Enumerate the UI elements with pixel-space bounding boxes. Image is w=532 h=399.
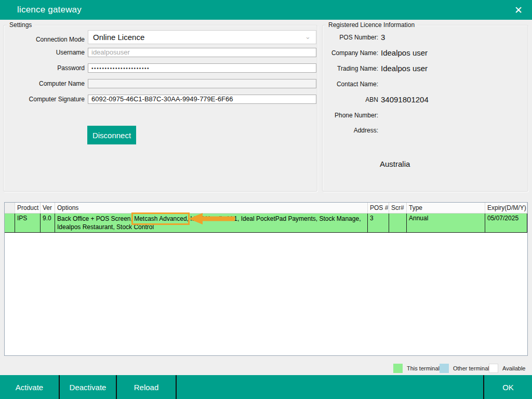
other-terminals-swatch — [440, 364, 449, 373]
pos-cell: 3 — [368, 214, 389, 232]
options-cell: Back Office + POS Screen, Metcash Advanc… — [55, 214, 368, 232]
address-label: Address: — [324, 125, 378, 136]
connection-mode-value: Online Licence — [93, 33, 144, 42]
abn-label: ABN — [324, 95, 378, 105]
row-selector-cell — [5, 214, 15, 232]
connection-mode-label: Connection Mode — [7, 33, 85, 47]
bottom-toolbar: Activate Deactivate Reload OK — [0, 375, 532, 399]
window-title: licence gateway — [17, 0, 82, 20]
expiry-cell: 05/07/2025 — [485, 214, 527, 232]
scr-cell — [389, 214, 407, 232]
column-header-ver[interactable]: Ver — [41, 203, 55, 213]
computer-signature-field[interactable]: 6092-0975-46C1-B87C-30AA-9949-779E-6F66 — [88, 95, 316, 104]
annotation-highlight-box: Metcash Advanced — [134, 215, 187, 222]
connection-mode-select[interactable]: Online Licence ⌄ — [88, 30, 316, 44]
table-row[interactable]: IPS 9.0 Back Office + POS Screen, Metcas… — [5, 214, 527, 233]
this-terminal-label: This terminal — [407, 364, 440, 374]
password-field[interactable]: •••••••••••••••••••••• — [88, 63, 316, 73]
abn-row: ABN 34091801204 — [323, 95, 528, 105]
address-row: Address: — [323, 125, 528, 136]
column-header-product[interactable]: Product — [15, 203, 41, 213]
computer-name-label: Computer Name — [7, 79, 85, 88]
annotation-arrow-icon: Ideal Handheld — [190, 215, 232, 222]
abn-value: 34091801204 — [381, 95, 429, 105]
options-text-before: Back Office + POS Screen, — [57, 215, 134, 222]
column-header-expiry[interactable]: Expiry(D/M/Y) — [485, 203, 527, 213]
settings-group-label: Settings — [7, 21, 34, 29]
ver-cell: 9.0 — [41, 214, 55, 232]
trading-name-label: Trading Name: — [324, 63, 378, 74]
column-header-type[interactable]: Type — [407, 203, 485, 213]
other-terminals-label: Other terminals — [453, 364, 492, 374]
password-label: Password — [7, 63, 85, 73]
settings-group: Settings Connection Mode Online Licence … — [3, 25, 317, 192]
phone-number-label: Phone Number: — [324, 110, 378, 121]
chevron-down-icon: ⌄ — [305, 31, 311, 43]
options-line-1: Back Office + POS Screen, Metcash Advanc… — [57, 215, 365, 223]
type-cell: Annual — [407, 214, 485, 232]
username-label: Username — [7, 48, 85, 57]
pos-number-label: POS Number: — [324, 32, 378, 43]
title-bar: licence gateway ✕ — [0, 0, 532, 20]
registered-licence-group-label: Registered Licence Information — [326, 21, 417, 29]
company-name-value: Idealpos user — [381, 48, 428, 58]
ok-button[interactable]: OK — [484, 375, 532, 399]
computer-name-field[interactable] — [88, 79, 316, 88]
toolbar-divider — [176, 375, 177, 399]
pos-number-value: 3 — [381, 32, 385, 43]
column-header-rowselector[interactable] — [5, 203, 15, 213]
column-header-pos[interactable]: POS # — [368, 203, 389, 213]
product-cell: IPS — [15, 214, 41, 232]
options-text-after: 1, Ideal PocketPad Payments, Stock Manag… — [232, 215, 361, 222]
country-value: Australia — [380, 159, 410, 168]
reload-button[interactable]: Reload — [117, 375, 176, 399]
company-name-label: Company Name: — [324, 48, 378, 58]
username-field[interactable]: idealposuser — [88, 48, 316, 57]
licence-table-header: Product Ver Options POS # Scr# Type Expi… — [5, 203, 527, 214]
available-label: Available — [502, 364, 525, 374]
phone-number-row: Phone Number: — [323, 110, 528, 121]
activate-button[interactable]: Activate — [0, 375, 59, 399]
computer-signature-label: Computer Signature — [7, 95, 85, 104]
company-name-row: Company Name: Idealpos user — [323, 48, 528, 58]
pos-number-row: POS Number: 3 — [323, 32, 528, 43]
disconnect-button[interactable]: Disconnect — [87, 126, 136, 144]
available-swatch — [489, 364, 498, 373]
deactivate-button[interactable]: Deactivate — [60, 375, 116, 399]
contact-name-row: Contact Name: — [323, 79, 528, 89]
trading-name-row: Trading Name: Idealpos user — [323, 63, 528, 74]
column-header-options[interactable]: Options — [55, 203, 368, 213]
contact-name-label: Contact Name: — [324, 79, 378, 89]
close-button[interactable]: ✕ — [508, 0, 529, 20]
this-terminal-swatch — [393, 364, 403, 373]
registered-licence-group: Registered Licence Information POS Numbe… — [322, 25, 528, 192]
trading-name-value: Idealpos user — [381, 63, 428, 74]
licence-table: Product Ver Options POS # Scr# Type Expi… — [4, 202, 528, 356]
options-line-2: Idealpos Restaurant, Stock Control — [57, 223, 365, 231]
close-icon: ✕ — [514, 4, 523, 16]
column-header-scr[interactable]: Scr# — [389, 203, 407, 213]
